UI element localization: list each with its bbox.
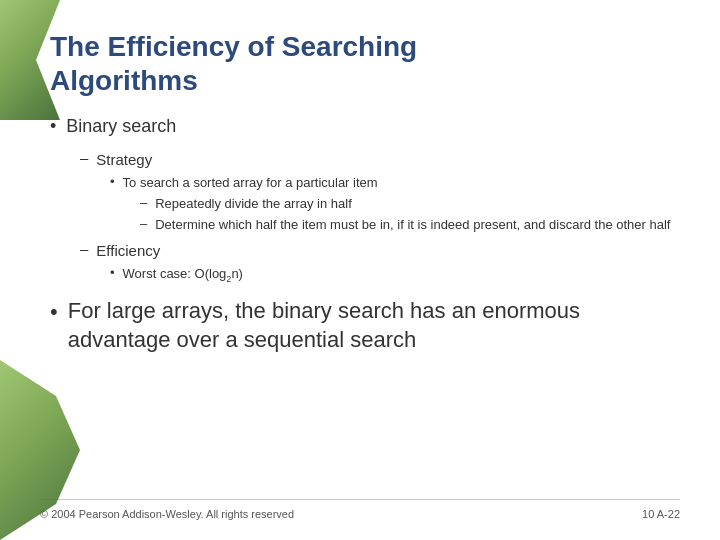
footer-page-number: 10 A-22 [642, 508, 680, 520]
slide-footer: © 2004 Pearson Addison-Wesley. All right… [40, 499, 680, 520]
sub-section-strategy: – Strategy • To search a sorted array fo… [80, 149, 680, 235]
strategy-items: • To search a sorted array for a particu… [110, 174, 680, 235]
slide-content: • Binary search – Strategy • To search a… [50, 115, 680, 499]
sub-sub-dot-1: • [110, 174, 115, 189]
efficiency-items: • Worst case: O(log2n) [110, 265, 680, 285]
text-divide: Repeatedly divide the array in half [155, 195, 352, 213]
worst-case: • Worst case: O(log2n) [110, 265, 680, 285]
bullet-binary-search: • Binary search [50, 115, 680, 138]
dash-symbol-2: – [80, 240, 88, 257]
large-bullet-dot: • [50, 299, 58, 325]
dash-strategy: – Strategy [80, 149, 680, 170]
sub-sub-text-search: To search a sorted array for a particula… [123, 174, 378, 192]
dash-efficiency: – Efficiency [80, 240, 680, 261]
large-bullet-text: For large arrays, the binary search has … [68, 297, 680, 354]
text-determine: Determine which half the item must be in… [155, 216, 670, 234]
dash-divide: – Repeatedly divide the array in half [140, 195, 680, 213]
footer-copyright: © 2004 Pearson Addison-Wesley. All right… [40, 508, 294, 520]
bullet-text-binary-search: Binary search [66, 115, 176, 138]
sub-sub-dot-2: • [110, 265, 115, 280]
divide-details: – Repeatedly divide the array in half – … [140, 195, 680, 234]
dash-sym-divide: – [140, 195, 147, 210]
sub-bullet-search: • To search a sorted array for a particu… [110, 174, 680, 192]
dash-text-efficiency: Efficiency [96, 240, 160, 261]
sub-section-efficiency: – Efficiency • Worst case: O(log2n) [80, 240, 680, 285]
dash-symbol-1: – [80, 149, 88, 166]
large-bullet-arrays: • For large arrays, the binary search ha… [50, 297, 680, 354]
slide: The Efficiency of SearchingAlgorithms • … [0, 0, 720, 540]
dash-text-strategy: Strategy [96, 149, 152, 170]
slide-title: The Efficiency of SearchingAlgorithms [50, 30, 680, 97]
dash-sym-determine: – [140, 216, 147, 231]
dash-determine: – Determine which half the item must be … [140, 216, 680, 234]
worst-case-text: Worst case: O(log2n) [123, 265, 243, 285]
